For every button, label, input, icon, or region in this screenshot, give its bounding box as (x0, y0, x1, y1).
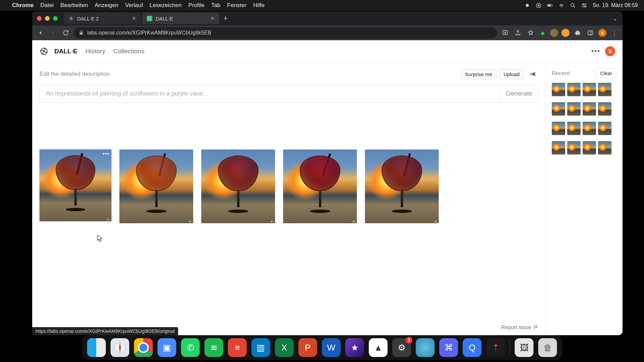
tabs-overflow-button[interactable]: ⌄ (613, 15, 617, 22)
nav-history[interactable]: History (86, 48, 105, 55)
result-image[interactable] (201, 149, 275, 223)
dock-finder[interactable] (87, 338, 106, 357)
bookmark-star-icon[interactable] (526, 28, 535, 38)
status-search-icon[interactable] (570, 2, 576, 8)
nav-reload-button[interactable] (61, 28, 70, 38)
upload-button[interactable]: Upload (499, 69, 524, 79)
menu-bearbeiten[interactable]: Bearbeiten (60, 2, 88, 9)
recent-thumb[interactable] (583, 141, 596, 155)
recent-thumb[interactable] (583, 122, 596, 135)
clear-button[interactable]: Clear (596, 68, 616, 78)
dalle-watermark-icon (107, 219, 111, 221)
recent-thumb[interactable] (598, 122, 611, 135)
dock-spotify[interactable]: ≋ (205, 338, 223, 357)
extension-icon[interactable] (561, 29, 570, 37)
sidepanel-icon[interactable] (586, 28, 595, 38)
nav-forward-button[interactable] (48, 28, 58, 38)
install-app-icon[interactable] (500, 28, 510, 38)
status-control-center-icon[interactable] (581, 2, 587, 8)
menu-datei[interactable]: Datei (40, 2, 54, 9)
dock-powerpoint[interactable]: P (299, 338, 317, 357)
surprise-me-button[interactable]: Surprise me (461, 69, 497, 79)
status-stop-icon[interactable] (536, 2, 542, 8)
dock-imovie[interactable]: ★ (345, 338, 364, 357)
status-wifi-icon[interactable] (558, 2, 565, 8)
address-bar[interactable]: labs.openai.com/e/XGIPrKwAM9KrpuWCbUg9k5… (74, 27, 497, 39)
nav-dalle[interactable]: DALL·E (54, 48, 77, 55)
image-more-icon[interactable]: ••• (103, 151, 109, 157)
tab-bar: DALL·E 2 ✕ DALL·E ✕ + ⌄ (32, 11, 623, 25)
extension-shield-icon[interactable]: ◆ (539, 29, 547, 37)
recent-thumb[interactable] (552, 83, 565, 96)
result-image[interactable] (365, 149, 439, 223)
dock-preview[interactable]: 🖼 (515, 338, 534, 357)
extensions-puzzle-icon[interactable] (573, 28, 582, 38)
generate-button[interactable]: Generate (499, 85, 532, 102)
dock-excel[interactable]: X (275, 338, 294, 357)
prompt-input[interactable] (46, 90, 499, 97)
dock-badge: 1 (406, 337, 413, 344)
menu-hilfe[interactable]: Hilfe (253, 2, 265, 9)
window-zoom-button[interactable] (53, 16, 58, 21)
share-icon[interactable] (513, 28, 523, 38)
recent-thumb[interactable] (567, 102, 581, 116)
status-datetime[interactable]: So. 19. März 08:59 (593, 2, 638, 8)
recent-thumb[interactable] (552, 102, 565, 116)
result-image[interactable] (119, 149, 193, 223)
report-issue-link[interactable]: Report issue (501, 324, 539, 330)
tab-close-button[interactable]: ✕ (132, 15, 136, 21)
dock-quicktime[interactable]: Q (463, 338, 482, 357)
dock-todoist[interactable]: ≡ (228, 338, 247, 357)
window-minimize-button[interactable] (45, 16, 50, 21)
recent-thumb[interactable] (598, 102, 611, 116)
recent-thumb[interactable] (583, 83, 596, 96)
dock-trash[interactable]: 🗑 (538, 338, 557, 357)
app-name[interactable]: Chrome (12, 2, 34, 9)
dock-voicememos[interactable]: ⇡ (486, 338, 505, 357)
status-record-icon[interactable] (524, 2, 530, 8)
menu-verlauf[interactable]: Verlauf (125, 2, 143, 9)
recent-thumb[interactable] (598, 141, 611, 155)
result-image[interactable] (283, 149, 357, 223)
nav-collections[interactable]: Collections (113, 48, 145, 55)
result-image-original[interactable]: ORIGINAL ••• (40, 149, 111, 221)
menu-profile[interactable]: Profile (188, 2, 204, 9)
tab-close-button[interactable]: ✕ (210, 15, 215, 21)
user-avatar-button[interactable]: S (605, 46, 615, 56)
recent-thumb[interactable] (552, 141, 565, 155)
openai-logo-icon[interactable] (40, 47, 48, 56)
submit-arrow-icon[interactable] (527, 68, 538, 80)
recent-thumb[interactable] (598, 83, 611, 96)
dock-googledrive[interactable]: ▲ (369, 338, 388, 357)
tab-dalle-active[interactable]: DALL·E ✕ (142, 13, 219, 24)
nav-back-button[interactable] (36, 28, 45, 38)
status-battery-icon[interactable] (547, 2, 553, 8)
menu-anzeigen[interactable]: Anzeigen (95, 2, 118, 9)
recent-thumb[interactable] (552, 122, 565, 135)
menu-tab[interactable]: Tab (211, 2, 220, 9)
recent-thumb[interactable] (567, 122, 581, 135)
menu-fenster[interactable]: Fenster (227, 2, 247, 9)
dock-word[interactable]: W (322, 338, 341, 357)
header-more-icon[interactable]: ••• (591, 47, 600, 55)
dock-zoom[interactable]: ▣ (158, 338, 176, 357)
dock-trello[interactable]: ▥ (252, 338, 270, 357)
window-close-button[interactable] (37, 16, 42, 21)
dock-app[interactable] (416, 338, 435, 357)
chrome-menu-icon[interactable]: ⋮ (610, 28, 619, 38)
new-tab-button[interactable]: + (223, 14, 228, 23)
recent-thumb[interactable] (583, 102, 596, 116)
dock-discord[interactable]: ⌘ (439, 338, 458, 357)
dock-chrome[interactable] (134, 338, 153, 357)
url-text: labs.openai.com/e/XGIPrKwAM9KrpuWCbUg9k5… (87, 30, 211, 36)
dalle-watermark-icon (271, 221, 274, 223)
dock-whatsapp[interactable]: ✆ (181, 338, 200, 357)
recent-thumb[interactable] (567, 83, 581, 96)
recent-thumb[interactable] (567, 141, 581, 155)
dock-settings[interactable]: ⚙1 (392, 338, 411, 357)
menu-lesezeichen[interactable]: Lesezeichen (150, 2, 181, 9)
tab-dalle2[interactable]: DALL·E 2 ✕ (64, 13, 141, 24)
dock-safari[interactable] (111, 338, 129, 357)
extension-icon[interactable] (550, 29, 558, 37)
profile-avatar-button[interactable]: S (598, 29, 606, 37)
